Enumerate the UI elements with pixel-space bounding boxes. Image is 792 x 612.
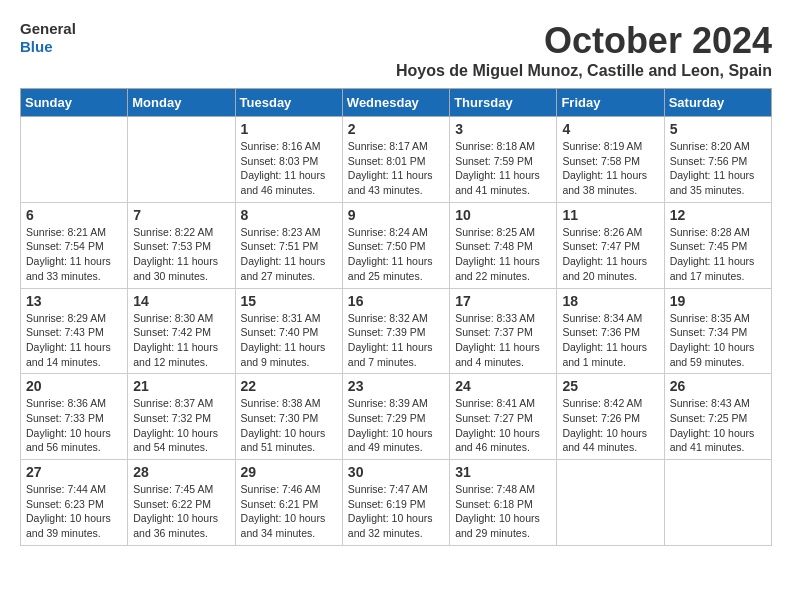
page-header: General Blue October 2024 Hoyos de Migue… [20,20,772,80]
day-number: 13 [26,293,122,309]
calendar-cell: 21Sunrise: 8:37 AM Sunset: 7:32 PM Dayli… [128,374,235,460]
calendar-week-row: 13Sunrise: 8:29 AM Sunset: 7:43 PM Dayli… [21,288,772,374]
calendar-cell: 26Sunrise: 8:43 AM Sunset: 7:25 PM Dayli… [664,374,771,460]
calendar-week-row: 6Sunrise: 8:21 AM Sunset: 7:54 PM Daylig… [21,202,772,288]
day-number: 6 [26,207,122,223]
day-info: Sunrise: 8:34 AM Sunset: 7:36 PM Dayligh… [562,311,658,370]
calendar-cell: 5Sunrise: 8:20 AM Sunset: 7:56 PM Daylig… [664,117,771,203]
day-number: 19 [670,293,766,309]
day-info: Sunrise: 8:43 AM Sunset: 7:25 PM Dayligh… [670,396,766,455]
calendar-cell: 17Sunrise: 8:33 AM Sunset: 7:37 PM Dayli… [450,288,557,374]
day-info: Sunrise: 8:30 AM Sunset: 7:42 PM Dayligh… [133,311,229,370]
day-info: Sunrise: 8:41 AM Sunset: 7:27 PM Dayligh… [455,396,551,455]
day-info: Sunrise: 8:39 AM Sunset: 7:29 PM Dayligh… [348,396,444,455]
day-info: Sunrise: 8:26 AM Sunset: 7:47 PM Dayligh… [562,225,658,284]
day-info: Sunrise: 8:35 AM Sunset: 7:34 PM Dayligh… [670,311,766,370]
day-info: Sunrise: 8:38 AM Sunset: 7:30 PM Dayligh… [241,396,337,455]
calendar-cell: 6Sunrise: 8:21 AM Sunset: 7:54 PM Daylig… [21,202,128,288]
calendar-cell: 19Sunrise: 8:35 AM Sunset: 7:34 PM Dayli… [664,288,771,374]
day-info: Sunrise: 8:16 AM Sunset: 8:03 PM Dayligh… [241,139,337,198]
day-info: Sunrise: 8:18 AM Sunset: 7:59 PM Dayligh… [455,139,551,198]
day-number: 15 [241,293,337,309]
calendar-cell: 25Sunrise: 8:42 AM Sunset: 7:26 PM Dayli… [557,374,664,460]
day-info: Sunrise: 8:28 AM Sunset: 7:45 PM Dayligh… [670,225,766,284]
day-info: Sunrise: 7:46 AM Sunset: 6:21 PM Dayligh… [241,482,337,541]
weekday-header-tuesday: Tuesday [235,89,342,117]
calendar-cell: 29Sunrise: 7:46 AM Sunset: 6:21 PM Dayli… [235,460,342,546]
day-number: 20 [26,378,122,394]
day-info: Sunrise: 8:17 AM Sunset: 8:01 PM Dayligh… [348,139,444,198]
day-number: 5 [670,121,766,137]
calendar-cell: 20Sunrise: 8:36 AM Sunset: 7:33 PM Dayli… [21,374,128,460]
day-number: 22 [241,378,337,394]
calendar-cell: 30Sunrise: 7:47 AM Sunset: 6:19 PM Dayli… [342,460,449,546]
calendar-cell: 24Sunrise: 8:41 AM Sunset: 7:27 PM Dayli… [450,374,557,460]
weekday-header-thursday: Thursday [450,89,557,117]
day-number: 12 [670,207,766,223]
day-info: Sunrise: 7:44 AM Sunset: 6:23 PM Dayligh… [26,482,122,541]
day-number: 9 [348,207,444,223]
calendar-cell: 15Sunrise: 8:31 AM Sunset: 7:40 PM Dayli… [235,288,342,374]
day-info: Sunrise: 7:47 AM Sunset: 6:19 PM Dayligh… [348,482,444,541]
title-block: October 2024 Hoyos de Miguel Munoz, Cast… [396,20,772,80]
day-info: Sunrise: 8:19 AM Sunset: 7:58 PM Dayligh… [562,139,658,198]
day-info: Sunrise: 8:31 AM Sunset: 7:40 PM Dayligh… [241,311,337,370]
calendar-cell [557,460,664,546]
calendar-cell: 4Sunrise: 8:19 AM Sunset: 7:58 PM Daylig… [557,117,664,203]
calendar-cell [664,460,771,546]
day-number: 11 [562,207,658,223]
calendar-cell: 8Sunrise: 8:23 AM Sunset: 7:51 PM Daylig… [235,202,342,288]
calendar-cell: 23Sunrise: 8:39 AM Sunset: 7:29 PM Dayli… [342,374,449,460]
logo: General Blue [20,20,76,56]
day-info: Sunrise: 7:45 AM Sunset: 6:22 PM Dayligh… [133,482,229,541]
day-number: 23 [348,378,444,394]
day-number: 7 [133,207,229,223]
calendar-cell: 12Sunrise: 8:28 AM Sunset: 7:45 PM Dayli… [664,202,771,288]
weekday-header-sunday: Sunday [21,89,128,117]
day-number: 16 [348,293,444,309]
day-number: 4 [562,121,658,137]
calendar-table: SundayMondayTuesdayWednesdayThursdayFrid… [20,88,772,546]
day-number: 18 [562,293,658,309]
day-number: 26 [670,378,766,394]
calendar-cell: 18Sunrise: 8:34 AM Sunset: 7:36 PM Dayli… [557,288,664,374]
day-number: 21 [133,378,229,394]
calendar-cell: 10Sunrise: 8:25 AM Sunset: 7:48 PM Dayli… [450,202,557,288]
calendar-cell: 11Sunrise: 8:26 AM Sunset: 7:47 PM Dayli… [557,202,664,288]
month-title: October 2024 [396,20,772,62]
location-subtitle: Hoyos de Miguel Munoz, Castille and Leon… [396,62,772,80]
day-number: 28 [133,464,229,480]
day-info: Sunrise: 8:22 AM Sunset: 7:53 PM Dayligh… [133,225,229,284]
calendar-week-row: 20Sunrise: 8:36 AM Sunset: 7:33 PM Dayli… [21,374,772,460]
calendar-cell: 14Sunrise: 8:30 AM Sunset: 7:42 PM Dayli… [128,288,235,374]
calendar-cell: 1Sunrise: 8:16 AM Sunset: 8:03 PM Daylig… [235,117,342,203]
calendar-cell: 3Sunrise: 8:18 AM Sunset: 7:59 PM Daylig… [450,117,557,203]
weekday-header-monday: Monday [128,89,235,117]
day-info: Sunrise: 8:29 AM Sunset: 7:43 PM Dayligh… [26,311,122,370]
calendar-cell: 13Sunrise: 8:29 AM Sunset: 7:43 PM Dayli… [21,288,128,374]
day-number: 30 [348,464,444,480]
day-info: Sunrise: 8:37 AM Sunset: 7:32 PM Dayligh… [133,396,229,455]
day-info: Sunrise: 8:21 AM Sunset: 7:54 PM Dayligh… [26,225,122,284]
day-number: 31 [455,464,551,480]
day-number: 17 [455,293,551,309]
day-info: Sunrise: 8:23 AM Sunset: 7:51 PM Dayligh… [241,225,337,284]
day-number: 24 [455,378,551,394]
day-number: 3 [455,121,551,137]
day-info: Sunrise: 8:20 AM Sunset: 7:56 PM Dayligh… [670,139,766,198]
logo-line1: General [20,20,76,38]
calendar-cell: 2Sunrise: 8:17 AM Sunset: 8:01 PM Daylig… [342,117,449,203]
day-info: Sunrise: 8:42 AM Sunset: 7:26 PM Dayligh… [562,396,658,455]
logo-line2: Blue [20,38,76,56]
day-info: Sunrise: 8:25 AM Sunset: 7:48 PM Dayligh… [455,225,551,284]
day-info: Sunrise: 8:32 AM Sunset: 7:39 PM Dayligh… [348,311,444,370]
day-info: Sunrise: 8:33 AM Sunset: 7:37 PM Dayligh… [455,311,551,370]
day-number: 14 [133,293,229,309]
calendar-cell: 9Sunrise: 8:24 AM Sunset: 7:50 PM Daylig… [342,202,449,288]
calendar-cell: 22Sunrise: 8:38 AM Sunset: 7:30 PM Dayli… [235,374,342,460]
weekday-header-friday: Friday [557,89,664,117]
day-number: 2 [348,121,444,137]
day-number: 10 [455,207,551,223]
day-number: 29 [241,464,337,480]
day-info: Sunrise: 8:36 AM Sunset: 7:33 PM Dayligh… [26,396,122,455]
